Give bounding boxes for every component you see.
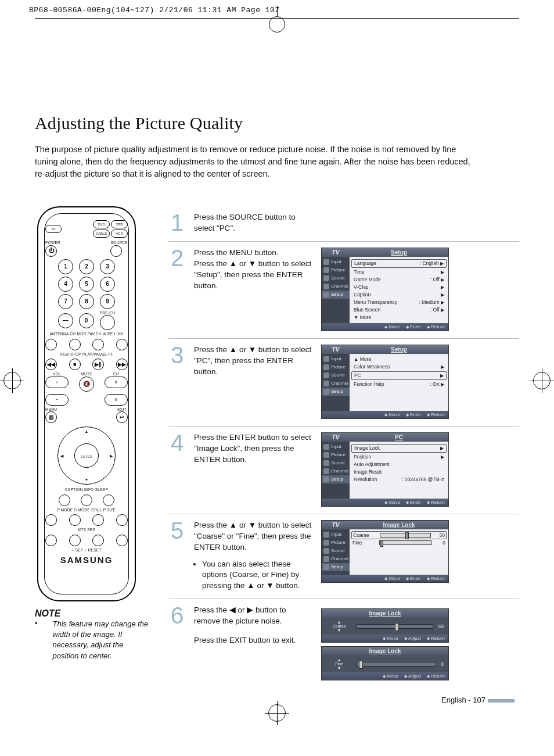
page-title: Adjusting the Picture Quality	[35, 113, 519, 133]
power-button: ⏻	[45, 245, 57, 257]
step-text: Press the MENU button. Press the ▲ or ▼ …	[194, 248, 311, 290]
fine-slider	[357, 662, 436, 667]
ch-label: CH	[105, 372, 128, 377]
cis-row-label: CAPTION INFO SLEEP	[45, 488, 128, 492]
osd-title: Image Lock	[350, 522, 448, 528]
setup-icon	[323, 292, 329, 298]
osd-title: PC	[350, 434, 448, 440]
menu-button: ▥	[45, 411, 57, 423]
osd-row: Language: English ▶	[351, 259, 447, 268]
exit-label: EXIT	[116, 408, 128, 412]
cable-button: CABLE	[93, 230, 110, 238]
step-1: 1 Press the SOURCE button to select "PC"…	[168, 206, 519, 241]
osd-row: Caption ▶	[351, 291, 447, 299]
osd-title: Setup	[350, 346, 448, 353]
osd-setup-2: TVSetup Input Picture Sound Channel Setu…	[321, 345, 449, 419]
favch-button	[92, 339, 104, 350]
intro-paragraph: The purpose of picture quality adjustmen…	[35, 144, 476, 180]
step-bullet: You can also select these options (Coars…	[202, 559, 313, 592]
registration-mark-right	[533, 372, 551, 389]
step-text: Press the ▲ or ▼ button to select "Coars…	[194, 521, 311, 551]
mute-button: 🔇	[79, 377, 94, 392]
osd-image-lock: TVImage Lock Input Picture Sound Channel…	[321, 520, 449, 583]
osd-move: Move	[384, 324, 400, 329]
blank2-button	[116, 535, 128, 546]
coarse-value: 50	[438, 624, 444, 629]
note-body: This feature may change the width of the…	[53, 619, 151, 661]
ch-down: ∨	[105, 394, 128, 406]
play-button: ▶‖	[92, 359, 104, 370]
blank1-button	[92, 535, 104, 546]
vol-up: ＋	[45, 377, 69, 388]
step-6: 6 Press the ◀ or ▶ button to remove the …	[168, 599, 519, 687]
step-3: 3 Press the ▲ or ▼ button to select "PC"…	[168, 338, 519, 426]
step-2: 2 Press the MENU button. Press the ▲ or …	[168, 241, 519, 338]
mts-button	[45, 535, 57, 546]
osd-slider-row: Coarse50	[351, 531, 447, 539]
step-5: 5 Press the ▲ or ▼ button to select "Coa…	[168, 514, 519, 599]
step-text: Press the ◀ or ▶ button to remove the pi…	[194, 605, 286, 625]
osd-row: Image Reset	[351, 468, 447, 476]
osd-row: PC ▶	[351, 371, 447, 380]
vol-down: −	[45, 394, 69, 406]
num-0: 0	[79, 313, 94, 328]
osd-row: Game Mode: Off ▶	[351, 276, 447, 284]
osd-row: Resolution: 1024x768 @75Hz	[351, 476, 447, 483]
chmgr-button	[69, 339, 81, 350]
osd-row: V-Chip ▶	[351, 284, 447, 291]
ff-button: ▶▶	[116, 359, 128, 370]
input-icon	[323, 259, 329, 265]
tv-button: TV	[45, 225, 62, 233]
sleep-button	[103, 495, 114, 506]
osd-setup-1: TVSetup Input Picture Sound Channel Setu…	[321, 248, 449, 331]
osd-enter: Enter	[406, 324, 421, 329]
num-4: 4	[58, 277, 73, 292]
ms-row-label: MTS SRS	[45, 528, 128, 532]
step-extra: Press the EXIT button to exit.	[194, 636, 296, 644]
step-number: 6	[168, 605, 186, 680]
step-number: 3	[168, 345, 186, 419]
antenna-row-label: ANTENNA CH MGR FAV.CH WISE LINK	[45, 332, 128, 336]
dash-button: —	[58, 313, 73, 328]
osd-row: Blue Screen: Off ▶	[351, 306, 447, 314]
step-number: 2	[168, 248, 186, 331]
step-number: 4	[168, 432, 186, 507]
transport-row-label: REW STOP PLAY/PAUSE FF	[45, 353, 128, 357]
step-4: 4 Press the ENTER button to select "Imag…	[168, 426, 519, 514]
num-2: 2	[79, 259, 94, 274]
smode-button	[69, 514, 81, 526]
sound-icon	[323, 275, 329, 281]
dvd-button: DVD	[93, 220, 110, 228]
osd-coarse-strip: Image Lock ▲Coarse▼ 50 MoveAdjustReturn	[321, 608, 449, 643]
coarse-label: Coarse	[333, 624, 346, 628]
wiselink-button	[116, 339, 128, 350]
osd-row: Function Help: On ▶	[351, 381, 447, 388]
fine-label: Fine	[335, 662, 343, 666]
osd-row: Time ▶	[351, 268, 447, 276]
osd-row: Auto Adjustment	[351, 461, 447, 468]
crop-mark-center-top	[269, 10, 285, 26]
num-8: 8	[79, 294, 94, 309]
setreset-label: ○ SET ○ RESET	[45, 549, 128, 553]
osd-title: Setup	[350, 249, 448, 256]
power-label: POWER	[45, 241, 60, 245]
num-1: 1	[58, 259, 73, 274]
num-6: 6	[100, 277, 115, 292]
mute-label: MUTE	[79, 372, 94, 377]
vol-label: VOL	[45, 372, 69, 377]
stb-button: STB	[111, 220, 128, 228]
source-button	[110, 245, 122, 257]
osd-fine-strip: Image Lock ▲Fine▼ 0 MoveAdjustReturn	[321, 646, 449, 680]
osd-return: Return	[427, 324, 445, 329]
info-button	[81, 495, 92, 506]
exit-button: ↩	[116, 411, 128, 423]
osd-title: Image Lock	[322, 648, 448, 654]
osd-row: ▼ More	[351, 314, 447, 321]
osd-row: Menu Transparency: Medium ▶	[351, 299, 447, 306]
stop-button: ■	[69, 359, 81, 370]
osd-pc: TVPC Input Picture Sound Channel Setup I…	[321, 432, 449, 507]
num-5: 5	[79, 277, 94, 292]
osd-row: Image Lock ▶	[351, 444, 447, 453]
osd-sidebar: Input Picture Sound Channel Setup	[322, 257, 350, 323]
remote-illustration: TV DVD STB CABLE VCR	[37, 206, 136, 601]
